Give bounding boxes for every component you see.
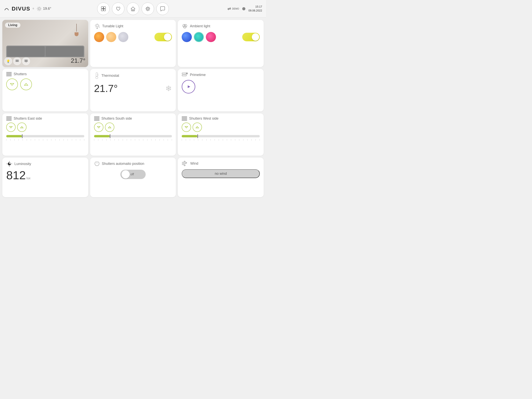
svg-marker-40 — [97, 126, 100, 128]
thermostat-display: 21.7° ❄ — [94, 81, 172, 96]
thermostat-icon — [94, 72, 100, 79]
nav-bar — [97, 3, 169, 15]
shutters-auto-knob — [121, 170, 130, 179]
luminosity-unit: lux — [26, 176, 30, 180]
svg-marker-42 — [185, 126, 188, 128]
svg-rect-28 — [96, 72, 98, 77]
wind-status-button[interactable]: no wind — [182, 169, 260, 178]
tunable-light-icon — [94, 23, 100, 29]
shutters-west-slider-thumb — [197, 134, 198, 138]
room-label: Living — [5, 23, 20, 28]
room-shutter-down-button[interactable] — [13, 57, 21, 65]
demo-area: ⇌ DEMO — [228, 6, 239, 11]
status-dot — [242, 7, 245, 10]
shutters-west-header: Shutters West side — [182, 116, 260, 121]
primetime-card: Primetime — [178, 69, 264, 111]
svg-line-5 — [37, 7, 38, 7]
header-right: ⇌ DEMO 15:17 09.06.2022 — [228, 5, 262, 13]
logo-area: DIVUS ® 19.6° — [4, 6, 51, 12]
svg-marker-39 — [20, 126, 23, 128]
weather-icon — [36, 6, 42, 12]
shutters-east-down-button[interactable] — [6, 122, 16, 132]
shutters-south-icon — [94, 116, 100, 121]
shutters-west-slider[interactable] — [182, 135, 260, 137]
shutters-south-down-button[interactable] — [94, 122, 103, 132]
demo-label: DEMO — [232, 7, 239, 10]
svg-rect-19 — [25, 60, 28, 60]
ambient-circle-2[interactable] — [194, 32, 204, 42]
tunable-light-header: Tunable Light — [94, 23, 172, 29]
primetime-controls — [182, 79, 260, 94]
nav-puzzle-button[interactable] — [97, 3, 110, 15]
shutters-east-icon — [6, 116, 12, 121]
shutters-east-header: Shutters East side — [6, 116, 84, 121]
thermostat-card: Thermostat 21.7° ❄ — [90, 69, 176, 111]
svg-rect-21 — [25, 61, 28, 62]
logo-text: DIVUS — [12, 6, 30, 12]
wind-icon — [182, 161, 188, 166]
shutters-down-button[interactable] — [6, 78, 18, 90]
shutters-west-controls — [182, 122, 260, 132]
svg-marker-37 — [188, 85, 190, 88]
luminosity-title: Luminosity — [14, 162, 31, 166]
svg-marker-38 — [10, 126, 12, 128]
svg-point-22 — [96, 25, 98, 27]
primetime-play-button[interactable] — [182, 80, 195, 94]
shutters-west-ticks — [182, 139, 260, 141]
shutters-title: Shutters — [14, 72, 27, 76]
wind-card: Wind no wind — [178, 158, 264, 197]
nav-heart-button[interactable] — [112, 3, 124, 15]
svg-line-7 — [40, 7, 41, 7]
ambient-light-title: Ambient light — [190, 24, 210, 28]
svg-point-14 — [147, 8, 149, 10]
room-light-button[interactable]: 💡 — [4, 57, 12, 65]
ambient-light-toggle[interactable] — [242, 33, 260, 41]
room-temperature: 21.7° — [71, 57, 85, 64]
shutters-header: Shutters — [6, 72, 84, 76]
shutters-south-slider[interactable] — [94, 135, 172, 137]
svg-marker-26 — [10, 83, 14, 85]
tunable-circle-2[interactable] — [106, 32, 116, 42]
svg-rect-11 — [101, 9, 103, 11]
weather-temp: 19.6° — [43, 7, 51, 11]
main-grid: Living 21.7° 💡 Tunable Light — [0, 18, 266, 200]
svg-rect-20 — [25, 61, 28, 61]
ambient-light-card: Ambient light — [178, 20, 264, 67]
shutters-auto-header: Shutters automaito position — [94, 161, 172, 167]
nav-home-button[interactable] — [127, 3, 139, 15]
shutters-east-up-button[interactable] — [17, 122, 26, 132]
nav-chat-button[interactable] — [156, 3, 169, 15]
ambient-light-circles — [182, 32, 260, 42]
shutters-auto-toggle[interactable]: off — [120, 170, 146, 179]
tunable-circle-1[interactable] — [94, 32, 104, 42]
room-shutter-up-button[interactable] — [22, 57, 30, 65]
ambient-circle-3[interactable] — [206, 32, 216, 42]
power-icon — [94, 161, 100, 167]
shutters-south-ticks — [94, 139, 172, 141]
shutters-east-slider[interactable] — [6, 135, 84, 137]
luminosity-icon — [6, 161, 13, 167]
shutters-south-up-button[interactable] — [105, 122, 114, 132]
ambient-circle-1[interactable] — [182, 32, 192, 42]
tunable-light-card: Tunable Light — [90, 20, 176, 67]
luminosity-card: Luminosity 812 lux — [2, 158, 88, 197]
thermostat-header: Thermostat — [94, 72, 172, 79]
shutters-card: Shutters — [2, 69, 88, 111]
svg-marker-36 — [187, 73, 187, 74]
tunable-circle-3[interactable] — [118, 32, 128, 42]
svg-point-15 — [146, 7, 149, 10]
shutters-controls — [6, 78, 84, 90]
shutters-auto-toggle-container: off — [94, 170, 172, 179]
sofa — [6, 45, 84, 57]
luminosity-display: 812 lux — [6, 168, 84, 182]
room-controls: 💡 — [4, 57, 30, 65]
shutters-west-down-button[interactable] — [182, 122, 191, 132]
shutters-east-slider-fill — [6, 135, 22, 137]
shutters-up-button[interactable] — [20, 78, 32, 90]
thermostat-title: Thermostat — [101, 74, 119, 78]
tunable-light-toggle[interactable] — [154, 33, 172, 41]
shutters-west-up-button[interactable] — [193, 122, 202, 132]
nav-settings-button[interactable] — [142, 3, 154, 15]
wind-title: Wind — [190, 161, 198, 166]
shutters-south-title: Shutters South side — [101, 116, 132, 121]
